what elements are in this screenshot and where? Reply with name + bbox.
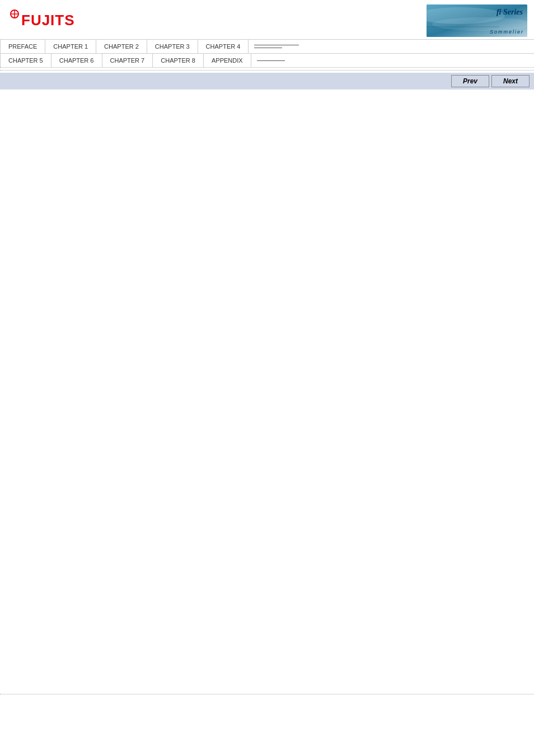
fi-series-sublabel: Sommelier bbox=[490, 29, 524, 35]
fi-series-logo: fi Series Sommelier bbox=[427, 4, 527, 37]
nav-chapter6[interactable]: CHAPTER 6 bbox=[51, 54, 102, 67]
nav-appendix[interactable]: APPENDIX bbox=[204, 54, 251, 67]
nav-ext-lines-row2 bbox=[251, 54, 291, 67]
main-content bbox=[0, 90, 534, 313]
next-button[interactable]: Next bbox=[491, 75, 530, 87]
nav-ext-lines-row1 bbox=[249, 40, 305, 53]
nav-preface[interactable]: PREFACE bbox=[0, 40, 45, 53]
prev-button[interactable]: Prev bbox=[451, 75, 489, 87]
nav-row-1: PREFACE CHAPTER 1 CHAPTER 2 CHAPTER 3 CH… bbox=[0, 40, 534, 53]
nav-chapter3[interactable]: CHAPTER 3 bbox=[147, 40, 198, 53]
prev-next-bar: Prev Next bbox=[0, 73, 534, 90]
fujitsu-logo: FUJITSU bbox=[7, 8, 74, 33]
ext-line-3 bbox=[257, 60, 285, 61]
logo-area: FUJITSU bbox=[7, 8, 74, 33]
page-header: FUJITSU fi bbox=[0, 0, 534, 39]
separator-top bbox=[0, 70, 534, 71]
nav-chapter8[interactable]: CHAPTER 8 bbox=[153, 54, 204, 67]
nav-chapter2[interactable]: CHAPTER 2 bbox=[96, 40, 147, 53]
separator-bottom bbox=[0, 694, 534, 694]
nav-row-2: CHAPTER 5 CHAPTER 6 CHAPTER 7 CHAPTER 8 … bbox=[0, 53, 534, 67]
nav-chapter4[interactable]: CHAPTER 4 bbox=[198, 40, 249, 53]
nav-chapter1[interactable]: CHAPTER 1 bbox=[45, 40, 96, 53]
navigation-bar: PREFACE CHAPTER 1 CHAPTER 2 CHAPTER 3 CH… bbox=[0, 39, 534, 68]
ext-line-1 bbox=[254, 45, 299, 45]
fi-series-label: fi Series bbox=[496, 8, 523, 17]
ext-line-2 bbox=[254, 48, 282, 48]
nav-chapter7[interactable]: CHAPTER 7 bbox=[102, 54, 153, 67]
svg-text:FUJITSU: FUJITSU bbox=[21, 12, 74, 29]
nav-chapter5[interactable]: CHAPTER 5 bbox=[0, 54, 51, 67]
